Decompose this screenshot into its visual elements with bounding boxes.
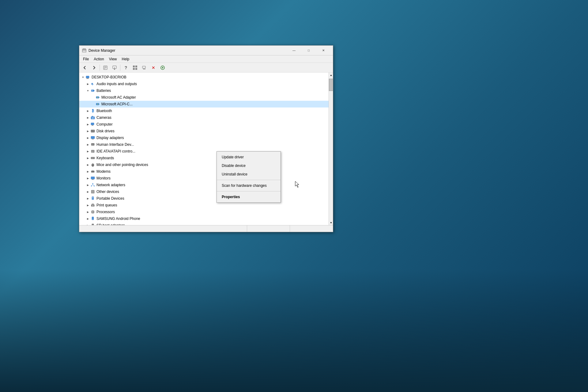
print-icon <box>90 203 95 208</box>
device-manager-window: Device Manager — □ ✕ File Action View He… <box>79 45 333 232</box>
tree-item-audio[interactable]: ▶ Audio inputs and outputs <box>79 81 333 87</box>
ide-expand-icon: ▶ <box>85 149 90 154</box>
computer-label: Computer <box>96 122 113 126</box>
menu-file[interactable]: File <box>81 56 91 62</box>
svg-rect-13 <box>142 66 145 68</box>
tree-item-ms-acpi[interactable]: Microsoft ACPI-C... <box>79 101 333 107</box>
display-label: Display adapters <box>96 136 124 140</box>
svg-rect-39 <box>92 116 93 117</box>
tree-item-ide[interactable]: ▶ IDE ATA/ATAPI contro... <box>79 148 333 155</box>
context-scan-hardware[interactable]: Scan for hardware changes <box>217 181 281 190</box>
menu-help[interactable]: Help <box>119 56 132 62</box>
update-driver-toolbar-button[interactable] <box>110 64 119 72</box>
svg-rect-52 <box>93 144 94 145</box>
scroll-thumb[interactable] <box>329 79 333 91</box>
svg-rect-12 <box>135 68 137 70</box>
scan-toolbar-button[interactable] <box>140 64 149 72</box>
sd-expand-icon: ▶ <box>85 223 90 225</box>
close-button[interactable]: ✕ <box>316 46 330 55</box>
tree-item-modems[interactable]: ▶ Modems <box>79 168 333 175</box>
tree-item-mice[interactable]: ▶ Mice and other pointing devices <box>79 161 333 168</box>
toolbar-sep-2 <box>120 65 120 71</box>
tree-item-sd[interactable]: ▶ SD host adapters <box>79 222 333 225</box>
svg-rect-57 <box>92 152 93 152</box>
help-toolbar-button[interactable]: ? <box>122 64 130 72</box>
disable-toolbar-button[interactable]: ✕ <box>149 64 158 72</box>
svg-rect-77 <box>94 186 95 187</box>
svg-rect-62 <box>93 158 94 158</box>
computer-icon <box>90 122 95 127</box>
tree-item-ms-ac[interactable]: Microsoft AC Adapter <box>79 94 333 101</box>
svg-rect-72 <box>91 177 95 179</box>
svg-rect-59 <box>91 158 92 158</box>
context-disable-device[interactable]: Disable device <box>217 161 281 170</box>
tree-view[interactable]: ▼ DESKTOP-B3CRIOB ▶ <box>79 73 333 225</box>
scrollbar[interactable]: ▲ ▼ <box>329 73 333 225</box>
tree-item-keyboards[interactable]: ▶ Keyboards <box>79 155 333 161</box>
svg-rect-45 <box>93 130 94 131</box>
svg-rect-66 <box>94 158 94 159</box>
toggle-view-toolbar-button[interactable] <box>131 64 139 72</box>
tree-item-monitors[interactable]: ▶ Monitors <box>79 175 333 182</box>
context-uninstall-device[interactable]: Uninstall device <box>217 170 281 179</box>
context-update-driver[interactable]: Update driver <box>217 153 281 161</box>
properties-toolbar-button[interactable] <box>101 64 110 72</box>
cameras-icon <box>90 115 95 120</box>
tree-root[interactable]: ▼ DESKTOP-B3CRIOB <box>79 74 333 81</box>
menu-view[interactable]: View <box>107 56 119 62</box>
audio-expand-icon: ▶ <box>85 81 90 86</box>
tree-item-bluetooth[interactable]: ▶ ₿ Bluetooth <box>79 107 333 114</box>
back-button[interactable] <box>81 64 89 72</box>
tree-item-portable[interactable]: ▶ Portable Devices <box>79 195 333 202</box>
tree-item-other[interactable]: ▶ Other devices <box>79 188 333 195</box>
restore-button[interactable]: □ <box>302 46 316 55</box>
tree-item-print[interactable]: ▶ Print queues <box>79 202 333 209</box>
scroll-up-button[interactable]: ▲ <box>329 73 333 77</box>
svg-rect-58 <box>91 157 95 159</box>
svg-rect-84 <box>92 192 93 193</box>
tree-item-cameras[interactable]: ▶ Cameras <box>79 114 333 121</box>
tree-item-disk[interactable]: ▶ Disk drives <box>79 128 333 134</box>
ms-ac-label: Microsoft AC Adapter <box>101 95 136 100</box>
computer-expand-icon: ▶ <box>85 122 90 127</box>
content-area: ▼ DESKTOP-B3CRIOB ▶ <box>79 73 333 225</box>
context-properties[interactable]: Properties <box>217 193 281 201</box>
batteries-icon <box>90 88 95 93</box>
svg-rect-74 <box>92 180 94 180</box>
window-title: Device Manager <box>89 48 287 53</box>
samsung-label: SAMSUNG Android Phone <box>96 217 140 221</box>
svg-rect-51 <box>92 144 92 145</box>
window-icon <box>82 48 87 53</box>
tree-item-batteries[interactable]: ▼ Batteries <box>79 87 333 94</box>
status-seg-2 <box>247 225 290 232</box>
status-bar <box>79 225 333 232</box>
svg-rect-55 <box>92 151 94 151</box>
print-label: Print queues <box>96 203 117 207</box>
tree-item-hid[interactable]: ▶ Human Interface Dev... <box>79 141 333 148</box>
mice-icon <box>90 162 95 167</box>
portable-label: Portable Devices <box>96 196 124 201</box>
svg-rect-56 <box>92 151 94 152</box>
tree-item-display[interactable]: ▶ Display adapters <box>79 134 333 141</box>
minimize-button[interactable]: — <box>287 46 301 55</box>
hid-icon <box>90 142 95 147</box>
svg-rect-40 <box>91 123 94 125</box>
scroll-down-button[interactable]: ▼ <box>329 220 333 225</box>
tree-item-processors[interactable]: ▶ <box>79 209 333 215</box>
mice-expand-icon: ▶ <box>85 162 90 167</box>
svg-line-80 <box>93 185 94 186</box>
svg-rect-82 <box>92 191 93 192</box>
other-label: Other devices <box>96 190 119 194</box>
tree-item-samsung[interactable]: ▶ SAMSUNG Android Phone <box>79 215 333 222</box>
menu-action[interactable]: Action <box>91 56 106 62</box>
svg-rect-10 <box>135 66 137 67</box>
svg-rect-65 <box>92 158 93 159</box>
svg-rect-23 <box>92 83 93 85</box>
svg-rect-41 <box>92 125 93 126</box>
svg-point-108 <box>92 219 93 220</box>
add-driver-toolbar-button[interactable] <box>158 64 167 72</box>
tree-item-network[interactable]: ▶ Network adapters <box>79 182 333 188</box>
svg-rect-34 <box>99 104 100 104</box>
tree-item-computer[interactable]: ▶ Computer <box>79 121 333 128</box>
forward-button[interactable] <box>90 64 98 72</box>
